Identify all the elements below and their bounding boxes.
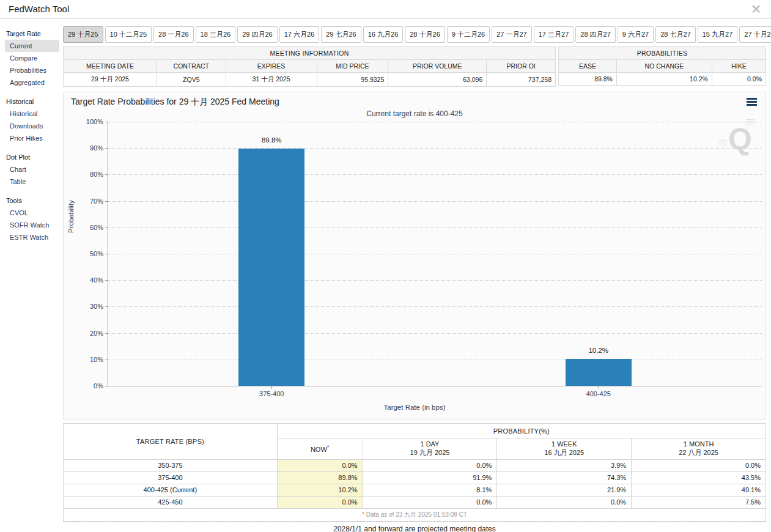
meeting-tab[interactable]: 28 一月26 <box>153 26 194 43</box>
gridline <box>108 201 762 202</box>
y-tick-label: 60% <box>75 224 103 231</box>
table-row: 375-400 89.8% 91.9% 74.3% 43.5% <box>64 471 766 484</box>
window-header: FedWatch Tool ✕ <box>0 0 771 19</box>
mid-price-value: 95.9325 <box>317 73 388 87</box>
meeting-tab[interactable]: 15 九月27 <box>698 26 738 43</box>
sidebar-item-current[interactable]: Current <box>5 40 59 52</box>
y-tick-mark <box>105 174 108 175</box>
y-tick-mark <box>105 122 108 122</box>
col-prior-volume: PRIOR VOLUME <box>388 60 487 73</box>
day-cell: 8.1% <box>363 484 497 496</box>
sidebar-item-aggregated[interactable]: Aggregated <box>5 76 59 89</box>
gridline <box>108 333 762 334</box>
col-meeting-date: MEETING DATE <box>64 60 157 73</box>
sidebar-section-dot-plot: Dot Plot <box>0 150 62 163</box>
table-footnote-row: * Data as of 23 九月 2025 01:53:09 CT <box>64 508 766 521</box>
week-cell: 74.3% <box>497 471 632 484</box>
expires-value: 31 十月 2025 <box>226 73 317 87</box>
now-cell: 10.2% <box>277 484 363 496</box>
month-cell: 7.5% <box>632 496 766 508</box>
table-row: 425-450 0.0% 0.0% 0.0% 7.5% <box>64 496 766 508</box>
y-tick-label: 90% <box>75 144 103 152</box>
sidebar-section-historical: Historical <box>0 94 62 108</box>
projected-dates-note: 2028/1/1 and forward are projected meeti… <box>63 525 766 532</box>
probability-chart: Target Rate Probabilities for 29 十月 2025… <box>63 92 766 420</box>
x-tick-mark <box>599 386 599 389</box>
gridline <box>108 360 762 360</box>
target-rate-header: TARGET RATE (BPS) <box>64 424 278 460</box>
probability-bar <box>238 149 304 386</box>
hike-value: 0.0% <box>712 73 765 86</box>
meeting-tab[interactable]: 28 四月27 <box>575 26 616 43</box>
table-row: 400-425 (Current) 10.2% 8.1% 21.9% 49.1% <box>64 484 766 496</box>
chart-menu-icon[interactable] <box>747 98 757 107</box>
meeting-tab[interactable]: 10 十二月25 <box>105 26 152 43</box>
now-footnote-mark: * <box>327 444 330 450</box>
y-tick-mark <box>105 254 108 254</box>
y-tick-mark <box>105 148 108 149</box>
meeting-tab[interactable]: 17 三月27 <box>534 26 574 43</box>
one-month-label: 1 MONTH <box>684 440 714 448</box>
now-label: NOW <box>311 445 327 453</box>
sidebar-item-compare[interactable]: Compare <box>5 52 59 64</box>
meeting-tab[interactable]: 29 十月25 <box>63 26 103 43</box>
no-change-value: 10.2% <box>616 73 712 86</box>
y-tick-label: 100% <box>75 118 103 125</box>
rate-cell: 350-375 <box>64 459 278 471</box>
sidebar-item-table[interactable]: Table <box>5 175 59 188</box>
meeting-tab[interactable]: 28 七月27 <box>655 26 696 43</box>
page-title: FedWatch Tool <box>9 4 69 14</box>
close-icon[interactable]: ✕ <box>751 2 761 17</box>
meeting-tab[interactable]: 18 三月26 <box>196 26 236 43</box>
plot-area: 0%10%20%30%40%50%60%70%80%90%100%89.8%37… <box>108 122 762 386</box>
meeting-date-value: 29 十月 2025 <box>64 73 157 87</box>
y-tick-label: 0% <box>75 382 103 390</box>
meeting-tab[interactable]: 16 九月26 <box>363 26 404 43</box>
y-tick-label: 30% <box>75 303 103 310</box>
sidebar-item-downloads[interactable]: Downloads <box>5 120 59 132</box>
rate-cell: 400-425 (Current) <box>64 484 278 496</box>
chart-subtitle: Current target rate is 400-425 <box>64 109 765 118</box>
sidebar-item-chart[interactable]: Chart <box>5 163 59 175</box>
meeting-tab[interactable]: 28 十月26 <box>405 26 445 43</box>
y-tick-mark <box>105 280 108 281</box>
y-axis-title: Probability <box>67 200 75 233</box>
probabilities-summary-table: PROBABILITIES EASE NO CHANGE HIKE 89.8% … <box>558 46 766 86</box>
sidebar-item-historical[interactable]: Historical <box>5 108 59 120</box>
one-day-header: 1 DAY 19 九月 2025 <box>363 438 497 460</box>
day-cell: 91.9% <box>363 471 497 484</box>
meeting-tab[interactable]: 17 六月26 <box>279 26 320 43</box>
sidebar-item-probabilities[interactable]: Probabilities <box>5 64 59 76</box>
ease-value: 89.8% <box>559 73 617 86</box>
meeting-tab[interactable]: 27 十月27 <box>739 26 771 43</box>
sidebar-item-prior-hikes[interactable]: Prior Hikes <box>5 132 59 144</box>
meeting-tab[interactable]: 9 十二月26 <box>447 26 490 43</box>
probability-group-header: PROBABILITY(%) <box>277 424 765 438</box>
y-tick-label: 80% <box>75 171 103 178</box>
gridline <box>108 306 762 307</box>
day-cell: 0.0% <box>363 459 497 471</box>
col-expires: EXPIRES <box>226 60 317 73</box>
now-cell: 0.0% <box>277 496 363 508</box>
week-cell: 3.9% <box>497 459 632 471</box>
col-ease: EASE <box>559 60 617 73</box>
meeting-tab[interactable]: 27 一月27 <box>492 26 532 43</box>
y-tick-mark <box>105 306 108 307</box>
one-week-date: 16 九月 2025 <box>544 449 584 456</box>
chart-title: Target Rate Probabilities for 29 十月 2025… <box>71 97 279 108</box>
gridline <box>108 174 762 175</box>
one-week-label: 1 WEEK <box>552 440 577 448</box>
y-tick-mark <box>105 201 108 202</box>
one-day-date: 19 九月 2025 <box>410 449 450 456</box>
x-tick-mark <box>271 386 272 389</box>
meeting-tab[interactable]: 29 七月26 <box>321 26 361 43</box>
meeting-tab[interactable]: 29 四月26 <box>237 26 278 43</box>
sidebar-section-tools: Tools <box>0 193 62 207</box>
y-tick-mark <box>105 333 108 334</box>
sidebar-item-estr-watch[interactable]: ESTR Watch <box>5 231 59 243</box>
rate-cell: 425-450 <box>64 496 278 508</box>
meeting-tab[interactable]: 9 六月27 <box>618 26 654 43</box>
sidebar-item-sofr-watch[interactable]: SOFR Watch <box>5 219 59 231</box>
sidebar-item-cvol[interactable]: CVOL <box>5 207 59 219</box>
col-mid-price: MID PRICE <box>317 60 388 73</box>
